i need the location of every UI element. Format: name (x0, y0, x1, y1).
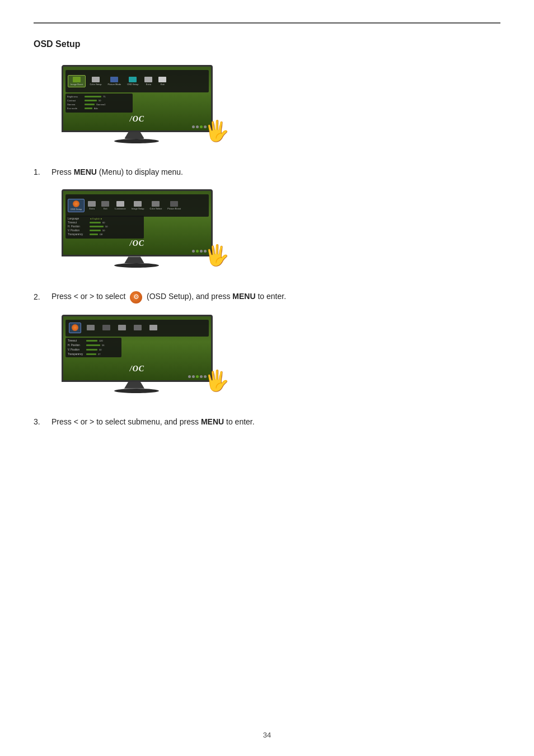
step3-prefix: Press < or > to select submenu, and pres… (51, 417, 201, 426)
osd-icon-extra (88, 201, 96, 207)
osd-icon-img (134, 201, 142, 207)
monitor-base-1 (114, 139, 159, 143)
aoc-logo-2: /OC (130, 239, 144, 248)
osd-icon-pic (170, 201, 178, 207)
monitor-illustration-3: Timeout 120 H. Position 56 V. Position 5… (56, 315, 229, 404)
osd-item3-2 (85, 324, 97, 332)
osd-item-2: Color Setup (87, 76, 104, 87)
monitor-illustration-2: OSD Setup Extra Exit Luminance (56, 189, 229, 279)
osd-row-4: Eco mode Adv (67, 107, 131, 110)
osd-item-3: Picture Mode (106, 76, 124, 87)
step1-image: Image Boost Color Setup Picture Mode OSD… (56, 65, 500, 155)
osd-icon-osd (73, 200, 79, 207)
monitor-screen-2: OSD Setup Extra Exit Luminance (62, 189, 213, 256)
osd-submenu-3: Timeout 120 H. Position 56 V. Position 5… (65, 338, 121, 357)
aoc-logo-3: /OC (130, 365, 144, 374)
osd-row2-3: H. Position 50 (68, 225, 142, 228)
osd-row-1: Brightness 75 (67, 95, 131, 98)
osd-icon-4 (129, 77, 137, 82)
osd-item-pic: Picture Boost (165, 200, 183, 211)
osd-icon-3 (110, 77, 118, 82)
osd-item-lum: Luminance (113, 200, 128, 211)
monitor-base-2 (114, 263, 159, 268)
monitor-stand-1 (124, 132, 144, 139)
osd-row-3: Gamma Gamma1 (67, 103, 131, 106)
osd-item-img: Image Setup (129, 200, 147, 211)
osd-icon-6 (158, 77, 166, 82)
step3-image: Timeout 120 H. Position 56 V. Position 5… (56, 315, 500, 404)
page-number: 34 (263, 731, 271, 739)
step1-key: MENU (74, 167, 97, 176)
monitor-illustration-1: Image Boost Color Setup Picture Mode OSD… (56, 65, 229, 155)
step3-key: MENU (201, 417, 224, 426)
osd-row2-1: Language ◄ English ► (68, 217, 142, 220)
step2-suffix: to enter. (256, 292, 286, 301)
osd-item-col: Color Select (148, 200, 165, 211)
osd-item-active: Image Boost (68, 75, 86, 87)
osd-item3-4 (116, 324, 128, 332)
osd-row2-2: Timeout 60 (68, 221, 142, 224)
step1-text: 1. Press MENU (Menu) to display menu. (34, 166, 500, 178)
monitor-stand-2 (124, 256, 144, 263)
monitor-screen-1: Image Boost Color Setup Picture Mode OSD… (62, 65, 213, 132)
step1-prefix: Press (51, 167, 74, 176)
step2-key: MENU (232, 292, 255, 301)
osd-item3-3 (100, 324, 113, 332)
step3-text: 3. Press < or > to select submenu, and p… (34, 416, 500, 428)
osd-item-6: Exit (156, 76, 168, 87)
osd-row-2: Contrast 50 (67, 99, 131, 102)
page-container: OSD Setup Image Boost Color Setup (0, 0, 534, 756)
osd-bar-1: Image Boost Color Setup Picture Mode OSD… (65, 70, 209, 92)
osd-submenu-1: Brightness 75 Contrast 50 Gamma Gamma1 (65, 94, 133, 113)
hand-cursor-1: 🖐 (204, 121, 232, 152)
osd-icon-lum (116, 201, 124, 207)
step1-suffix: (Menu) to display menu. (97, 167, 183, 176)
osd-item-5: Extra (142, 76, 154, 87)
step3-suffix: to enter. (224, 417, 254, 426)
page-title: OSD Setup (34, 39, 500, 49)
osd-item3-6 (147, 324, 160, 332)
step2-text: 2. Press < or > to select (OSD Setup), a… (34, 290, 500, 303)
monitor-screen-3: Timeout 120 H. Position 56 V. Position 5… (62, 315, 213, 382)
osd-item3-5 (132, 324, 144, 332)
hand-cursor-2: 🖐 (204, 245, 232, 276)
aoc-logo-1: /OC (130, 115, 144, 124)
hand-cursor-3: 🖐 (204, 371, 232, 402)
osd-setup-icon (130, 291, 142, 304)
osd-submenu-2: Language ◄ English ► Timeout 60 H. Posit… (65, 216, 144, 239)
osd-icon-5 (144, 77, 152, 82)
osd-icon-exit2 (101, 201, 109, 207)
osd-bar-3 (65, 320, 209, 337)
osd-icon-1 (73, 77, 81, 82)
osd-icon-col (152, 201, 160, 207)
monitor-stand-3 (124, 382, 144, 389)
step2-image: OSD Setup Extra Exit Luminance (56, 189, 500, 279)
osd-row2-5: Transparency Off (68, 233, 142, 236)
top-rule (34, 22, 500, 24)
osd-row2-4: V. Position 50 (68, 229, 142, 232)
osd-item3-active (69, 323, 81, 333)
osd-item-osd-active: OSD Setup (68, 199, 85, 212)
monitor-base-3 (114, 389, 159, 393)
step2-prefix: Press < or > to select (51, 292, 128, 301)
osd-icon-2 (92, 77, 100, 82)
osd-bar-2: OSD Setup Extra Exit Luminance (65, 194, 209, 217)
osd-item-exit: Exit (99, 200, 111, 211)
step2-middle2: (OSD Setup), and press (147, 292, 232, 301)
osd-item-extra: Extra (86, 200, 98, 211)
osd-item-4: OSD Setup (125, 76, 140, 87)
